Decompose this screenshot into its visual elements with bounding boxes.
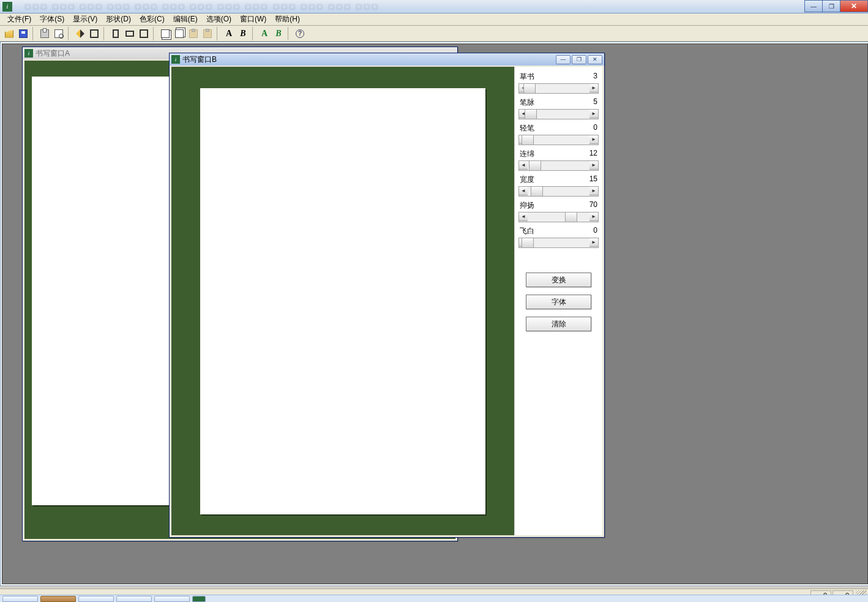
letter-a-green-icon: A: [261, 29, 268, 39]
tb-papers[interactable]: [159, 27, 172, 40]
child-b-title: 书写窗口B: [182, 55, 217, 65]
letter-b-green-icon: B: [275, 29, 281, 39]
side-panel: 草书3◄►笔脉5◄►轻笔0◄►连绵12◄►宽度15◄►抑扬70◄►飞白0◄► 变…: [514, 67, 602, 535]
tb-square[interactable]: [137, 27, 151, 40]
slider-track[interactable]: ◄►: [518, 238, 599, 248]
slider-track[interactable]: ◄►: [518, 186, 599, 197]
slider-label: 连绵: [520, 149, 534, 159]
tb-portrait[interactable]: [109, 27, 122, 40]
tb-help[interactable]: ?: [293, 27, 307, 40]
child-b-close[interactable]: ✕: [588, 55, 602, 64]
canvas-b-frame: [171, 67, 514, 535]
slider-left-arrow[interactable]: ◄: [518, 186, 528, 195]
tb-preview[interactable]: [52, 27, 65, 40]
tb-style-b[interactable]: B: [236, 27, 250, 40]
slider-left-arrow[interactable]: ◄: [518, 212, 528, 221]
tb-save[interactable]: [17, 27, 30, 40]
slider-right-arrow[interactable]: ►: [589, 160, 599, 170]
slider-thumb[interactable]: [565, 212, 577, 222]
slider-label: 笔脉: [520, 97, 534, 108]
landscape-icon: [125, 31, 134, 37]
task-item[interactable]: [116, 596, 152, 602]
btn-font[interactable]: 字体: [526, 295, 591, 309]
tb-landscape[interactable]: [123, 27, 137, 40]
slider-right-arrow[interactable]: ►: [589, 186, 599, 195]
preview-icon: [54, 29, 63, 38]
menu-view[interactable]: 显示(V): [69, 13, 101, 26]
tb-sep: [68, 27, 72, 40]
child-b-maximize[interactable]: ❐: [572, 55, 586, 64]
tb-sep: [153, 27, 157, 40]
minimize-button[interactable]: —: [804, 0, 823, 12]
tb-sep: [288, 27, 291, 40]
slider-value: 12: [589, 149, 597, 159]
menubar: 文件(F) 字体(S) 显示(V) 形状(D) 色彩(C) 编辑(E) 选项(O…: [0, 13, 868, 26]
slider-right-arrow[interactable]: ►: [589, 83, 599, 92]
slider-right-arrow[interactable]: ►: [589, 109, 599, 118]
menu-help[interactable]: 帮助(H): [271, 13, 304, 26]
slider-thumb[interactable]: [529, 160, 541, 171]
tb-rect[interactable]: [88, 27, 101, 40]
slider-right-arrow[interactable]: ►: [589, 238, 599, 247]
slider-value: 0: [593, 123, 597, 134]
tb-sep: [32, 27, 36, 40]
menu-color[interactable]: 色彩(C): [136, 13, 168, 26]
tb-style-a[interactable]: A: [222, 27, 236, 40]
tb-open[interactable]: [2, 27, 16, 40]
tb-sep: [252, 27, 256, 40]
task-item[interactable]: [154, 596, 190, 602]
btn-clear[interactable]: 清除: [526, 317, 591, 331]
tb-style-a-green[interactable]: A: [258, 27, 271, 40]
child-b-client: 草书3◄►笔脉5◄►轻笔0◄►连绵12◄►宽度15◄►抑扬70◄►飞白0◄► 变…: [171, 67, 602, 535]
slider-track[interactable]: ◄►: [518, 135, 599, 145]
paste-icon: [189, 29, 198, 38]
menu-window[interactable]: 窗口(W): [236, 13, 270, 26]
letter-b-icon: B: [240, 29, 245, 39]
task-item[interactable]: [2, 596, 38, 602]
tb-sep: [103, 27, 107, 40]
app-window-buttons: — ❐ ✕: [805, 0, 868, 12]
slider-right-arrow[interactable]: ►: [589, 212, 599, 221]
task-item-active[interactable]: [192, 596, 206, 602]
tb-pencil[interactable]: [73, 27, 87, 40]
tb-sep: [217, 27, 220, 40]
slider-thumb[interactable]: [522, 135, 534, 145]
slider-track[interactable]: ◄►: [518, 109, 599, 119]
tb-paste2[interactable]: [201, 27, 214, 40]
slider-track[interactable]: ◄►: [518, 83, 599, 94]
menu-shape[interactable]: 形状(D): [102, 13, 135, 26]
help-icon: ?: [296, 29, 304, 38]
menu-option[interactable]: 选项(O): [203, 13, 235, 26]
slider-thumb[interactable]: [523, 83, 536, 94]
slider-thumb[interactable]: [531, 186, 543, 197]
slider-草书: 草书3◄►: [518, 72, 599, 94]
child-b-window-buttons: — ❐ ✕: [556, 55, 602, 64]
slider-left-arrow[interactable]: ◄: [518, 160, 528, 170]
menu-file[interactable]: 文件(F): [4, 13, 35, 26]
canvas-b-paper[interactable]: [200, 88, 485, 514]
child-window-b[interactable]: i 书写窗口B — ❐ ✕ 草书3◄►笔脉5◄►轻笔0◄►连绵12◄►宽度15◄…: [169, 53, 605, 538]
child-b-titlebar[interactable]: i 书写窗口B — ❐ ✕: [170, 53, 604, 66]
menu-font[interactable]: 字体(S): [36, 13, 68, 26]
slider-thumb[interactable]: [522, 238, 534, 248]
slider-抑扬: 抑扬70◄►: [518, 200, 599, 222]
task-item[interactable]: [40, 596, 76, 602]
tb-paste[interactable]: [187, 27, 200, 40]
os-taskbar-peek: [0, 595, 868, 602]
paste-icon: [203, 29, 212, 38]
child-b-minimize[interactable]: —: [556, 55, 571, 64]
maximize-button[interactable]: ❐: [822, 0, 840, 12]
btn-transform[interactable]: 变换: [526, 273, 591, 287]
tb-copy[interactable]: [173, 27, 186, 40]
slider-track[interactable]: ◄►: [518, 212, 599, 222]
tb-print[interactable]: [38, 27, 51, 40]
slider-track[interactable]: ◄►: [518, 160, 599, 171]
task-item[interactable]: [78, 596, 114, 602]
slider-thumb[interactable]: [525, 109, 537, 119]
slider-right-arrow[interactable]: ►: [589, 135, 599, 144]
close-button[interactable]: ✕: [840, 0, 868, 12]
slider-label: 宽度: [520, 175, 534, 185]
menu-edit[interactable]: 编辑(E): [170, 13, 201, 26]
toolbar: A B A B ?: [0, 26, 868, 42]
tb-style-b-green[interactable]: B: [272, 27, 285, 40]
